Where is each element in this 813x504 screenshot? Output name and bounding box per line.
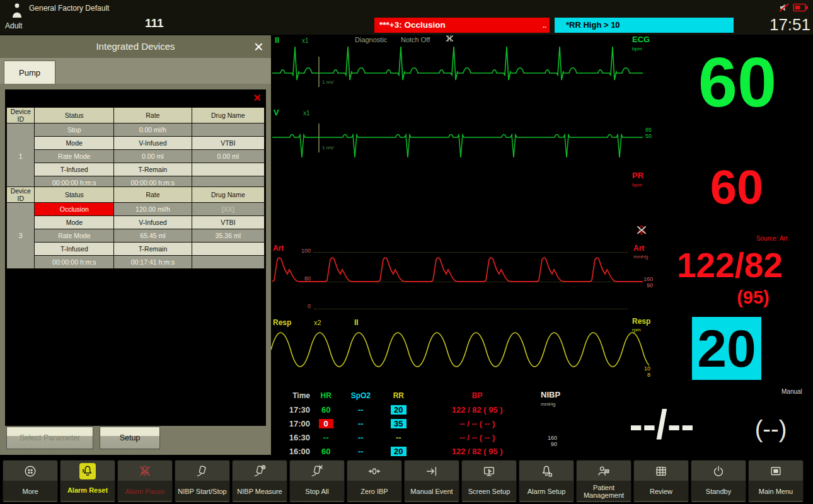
nibp-unit: mmHg [541, 401, 556, 407]
patient-icon[interactable] [11, 3, 23, 19]
header-status: Status [35, 187, 114, 203]
select-parameter-button[interactable]: Select Parameter [6, 427, 93, 449]
minitrend-table[interactable]: Time HR SpO2 RR BP 17:30 60 -- 20 122 / … [272, 389, 537, 459]
resp-waveform[interactable] [271, 321, 649, 382]
pr-unit: bpm [632, 182, 642, 188]
stop-all-icon [310, 461, 324, 482]
main-menu-button[interactable]: Main Menu [748, 460, 804, 502]
monitor-screen: General Factory Default Adult 111 ***+3:… [0, 0, 813, 504]
trend-row: 16:30 -- -- -- -- / -- ( -- ) [272, 431, 537, 445]
alarm-setup-icon [539, 461, 553, 482]
patient-management-icon [597, 461, 611, 482]
technical-alarm-banner[interactable]: *RR High > 10 [555, 18, 734, 33]
integrated-devices-dialog: Integrated Devices × Pump × Device ID St… [0, 35, 271, 455]
trend-row: 17:30 60 -- 20 122 / 82 ( 95 ) [272, 403, 537, 417]
art-unit: mmHg [633, 254, 649, 260]
art-waveform[interactable] [271, 244, 649, 315]
standby-button[interactable]: Standby [691, 460, 746, 502]
review-icon [654, 461, 668, 482]
remove-device-icon[interactable]: × [253, 91, 261, 105]
nibp-mode-label: Manual [781, 388, 802, 395]
minitrend-header: Time HR SpO2 RR BP [272, 389, 537, 403]
table-row[interactable]: T-Infused T-Remain [7, 163, 265, 176]
zero-ibp-button[interactable]: Zero IBP [347, 460, 402, 502]
quick-key-toolbar: More Alarm Reset Alarm Pause NIBP Start/… [3, 460, 812, 504]
dialog-title: Integrated Devices [96, 41, 175, 52]
header-rate: Rate [114, 108, 192, 123]
resp-value: 20 [692, 317, 761, 380]
close-icon[interactable]: × [254, 36, 263, 57]
ecg2-waveform[interactable] [271, 105, 649, 165]
dialog-button-bar: Select Parameter Setup [0, 423, 271, 452]
pump-device-1-table: Device ID Status Rate Drug Name 1 Stop 0… [6, 107, 265, 190]
battery-icon [793, 3, 809, 13]
standby-icon [712, 461, 725, 482]
tab-pump[interactable]: Pump [4, 60, 55, 84]
system-clock[interactable]: 17:51 [764, 15, 810, 35]
header-device-id: Device ID [7, 108, 35, 123]
alarm-reset-icon [79, 463, 96, 479]
table-row[interactable]: Rate Mode 0.00 ml 0.00 ml [7, 150, 265, 163]
resp-alarm-limits: 10 8 [637, 365, 650, 378]
table-row[interactable]: 00:00:00 h:m:s 00:17:41 h:m:s [7, 256, 265, 269]
zero-ibp-icon [367, 461, 381, 482]
table-row[interactable]: 3 Occlusion 120.00 ml/h [XX] [7, 203, 265, 216]
ecg-numeric-label[interactable]: ECG bpm [632, 35, 650, 53]
pump-device-3-table: Device ID Status Rate Drug Name 3 Occlus… [6, 186, 265, 269]
alarm-text: ***+3: Occlusion [379, 20, 446, 30]
pr-numeric-label[interactable]: PR bpm [632, 171, 643, 189]
more-icon [23, 461, 37, 482]
more-button[interactable]: More [3, 460, 58, 502]
stop-all-button[interactable]: Stop All [289, 460, 345, 502]
table-row[interactable]: T-Infused T-Remain [7, 243, 265, 256]
table-row[interactable]: Mode V-Infused VTBI [7, 216, 265, 229]
art-alarm-limits: 160 90 [639, 276, 653, 289]
manual-event-button[interactable]: Manual Event [404, 460, 459, 502]
nibp-start-stop-button[interactable]: NIBP Start/Stop [175, 460, 230, 502]
header-status: Status [35, 108, 114, 123]
device-id-cell: 3 [7, 203, 35, 269]
patient-management-button[interactable]: Patient Management [576, 460, 631, 502]
nibp-measure-icon [253, 461, 267, 482]
pr-source-label: Source: Art [756, 235, 787, 242]
resp-value-tile[interactable]: 20 [692, 317, 761, 380]
hr-value[interactable]: 60 [673, 42, 802, 123]
art-map-value: (95) [725, 287, 781, 308]
physiological-alarm-banner[interactable]: ***+3: Occlusion .. [374, 18, 550, 33]
manual-event-icon [425, 461, 439, 482]
table-row[interactable]: 1 Stop 0.00 ml/h [7, 123, 265, 137]
alarm-reset-button[interactable]: Alarm Reset [60, 460, 115, 502]
device-id-cell: 1 [7, 123, 35, 190]
header-rate: Rate [114, 187, 192, 203]
header-drug-name: Drug Name [192, 108, 264, 123]
pr-value[interactable]: 60 [683, 159, 791, 215]
nibp-alarm-limits: 160 90 [541, 435, 557, 447]
patient-profile[interactable]: General Factory Default [29, 4, 109, 13]
bed-number[interactable]: 111 [145, 16, 164, 30]
ecg-unit: bpm [632, 46, 642, 52]
header-device-id: Device ID [7, 187, 35, 203]
ecg-alarm-limits: 85 50 [638, 127, 652, 139]
table-row[interactable]: Mode V-Infused VTBI [7, 137, 265, 150]
alarm-pause-icon [138, 461, 152, 482]
patient-type[interactable]: Adult [5, 21, 22, 30]
art-numeric-label[interactable]: Art mmHg [633, 244, 649, 261]
nibp-measure-button[interactable]: NIBP Measure [232, 460, 287, 502]
resp-numeric-label[interactable]: Resp rpm [632, 318, 650, 334]
setup-button[interactable]: Setup [100, 427, 160, 449]
dialog-title-bar: Integrated Devices × [0, 35, 271, 58]
nibp-value[interactable]: --/-- [583, 399, 741, 450]
dialog-body: × Device ID Status Rate Drug Name 1 Stop… [0, 84, 271, 455]
alarm-pause-button[interactable]: Alarm Pause [117, 460, 173, 502]
ecg1-waveform[interactable] [271, 38, 649, 108]
pump-table-header: Device ID Status Rate Drug Name [7, 187, 265, 203]
nibp-cuff-icon [195, 461, 209, 482]
alarm-off-icon[interactable] [635, 224, 648, 237]
review-button[interactable]: Review [633, 460, 689, 502]
screen-setup-button[interactable]: Screen Setup [461, 460, 517, 502]
table-row[interactable]: Rate Mode 65.45 ml 35.36 ml [7, 229, 265, 243]
alarm-setup-button[interactable]: Alarm Setup [519, 460, 574, 502]
art-value[interactable]: 122/82 [654, 244, 805, 286]
nibp-numeric-label[interactable]: NIBP mmHg [541, 391, 560, 408]
nibp-map-value: (--) [736, 413, 805, 445]
